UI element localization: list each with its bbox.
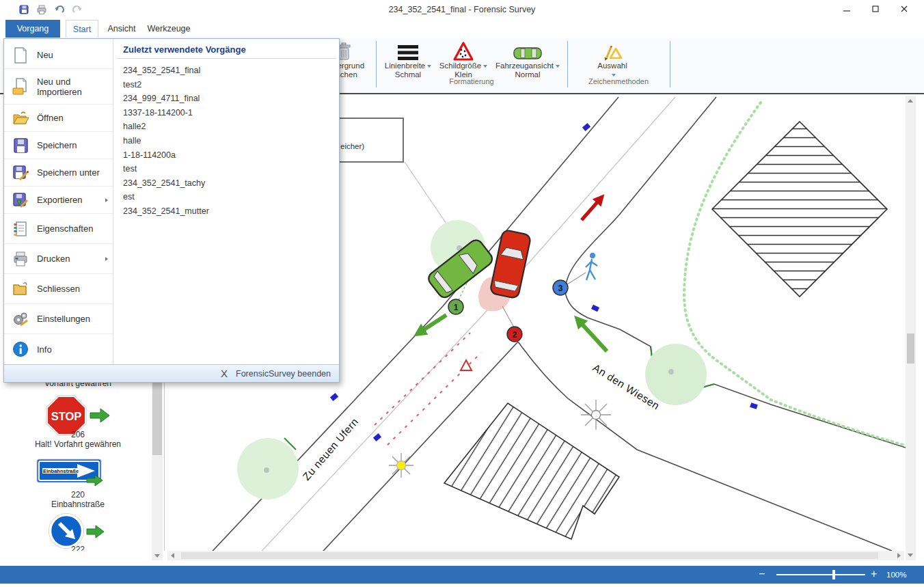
vertical-scrollbar[interactable] — [906, 96, 916, 560]
menu-item-schliessen[interactable]: Schliessen — [4, 274, 113, 304]
skid-marks[interactable] — [375, 333, 481, 445]
horizontal-scrollbar[interactable] — [167, 551, 904, 560]
zoom-slider-thumb[interactable] — [832, 570, 835, 579]
open-folder-icon — [12, 109, 29, 127]
sign-number: 220 — [4, 490, 152, 500]
svg-text:1: 1 — [454, 303, 459, 312]
tab-start[interactable]: Start — [66, 20, 98, 38]
recent-file[interactable]: halle — [123, 134, 330, 148]
green-arrow-icon — [87, 525, 104, 538]
recent-file[interactable]: 234_352_2541_final — [123, 64, 330, 78]
close-button[interactable] — [890, 0, 919, 18]
menu-item-neu-und-importieren[interactable]: Neu und Importieren — [4, 69, 113, 105]
minimize-button[interactable] — [832, 0, 861, 18]
one-way-sign[interactable]: Einbahnstraße — [36, 459, 113, 489]
menu-item-exportieren[interactable]: Exportieren — [4, 187, 113, 214]
info-icon — [12, 340, 29, 358]
scroll-up-icon[interactable] — [908, 99, 913, 103]
sign-number: 206 — [4, 430, 152, 439]
street-lamp-yellow[interactable] — [389, 453, 413, 478]
maximize-button[interactable] — [861, 0, 890, 18]
group-label-formatierung: Formatierung — [376, 77, 567, 85]
recent-file[interactable]: 1337-18-114200-1 — [123, 106, 330, 120]
selection-tool-button[interactable]: Auswahl — [580, 40, 645, 79]
tab-vorgang[interactable]: Vorgang — [5, 20, 60, 38]
minimize-icon — [843, 5, 850, 12]
forensic-survey-window: 234_352_2541_final - Forensic Survey Vor… — [0, 0, 924, 587]
pedestrian-figure[interactable] — [586, 253, 597, 280]
exit-application-button[interactable]: ForensicSurvey beenden — [236, 369, 331, 379]
tree[interactable] — [645, 344, 707, 405]
yield-sign-symbol[interactable] — [461, 360, 472, 370]
stop-sign-text: STOP — [51, 410, 82, 422]
building-label: eicher) — [340, 142, 364, 150]
settings-gear-icon — [12, 310, 29, 328]
recent-file[interactable]: 234_352_2541_mutter — [123, 204, 330, 219]
vehicle-view-button[interactable]: Fahrzeugansicht Normal — [492, 40, 563, 79]
close-folder-icon — [12, 280, 29, 298]
sidebar-scrollbar-thumb[interactable] — [152, 381, 162, 455]
export-icon — [12, 191, 29, 209]
new-document-icon — [12, 46, 29, 64]
menu-item-speichern-unter[interactable]: Speichern unter — [4, 159, 113, 187]
recent-file[interactable]: 234_999_4711_final — [123, 92, 330, 106]
recent-file[interactable]: test2 — [123, 78, 330, 92]
sign-name: Einbahnstraße — [4, 500, 152, 509]
svg-text:2: 2 — [513, 330, 517, 340]
menu-item-oeffnen[interactable]: Öffnen — [4, 105, 113, 132]
building-diamond-hatched[interactable] — [712, 122, 887, 297]
sign-size-button[interactable]: Schildgröße Klein — [433, 40, 493, 79]
menu-item-neu[interactable]: Neu — [4, 42, 113, 69]
vertical-scrollbar-thumb[interactable] — [907, 333, 914, 364]
scroll-left-icon[interactable] — [171, 553, 174, 558]
menu-item-drucken[interactable]: Drucken — [4, 244, 113, 274]
car-top-icon — [513, 45, 543, 62]
horizontal-scrollbar-thumb[interactable] — [181, 552, 878, 559]
new-import-icon — [12, 78, 29, 96]
zoom-level-label: 100% — [886, 571, 906, 579]
sign-number: 222 — [4, 545, 152, 551]
marker-leader-2 — [502, 306, 514, 327]
tab-werkzeuge[interactable]: Werkzeuge — [145, 20, 193, 38]
recent-file[interactable]: halle2 — [123, 120, 330, 134]
zoom-out-button[interactable]: − — [759, 568, 765, 580]
recent-file[interactable]: est — [123, 190, 330, 204]
menu-item-eigenschaften[interactable]: Eigenschaften — [4, 214, 113, 244]
zoom-slider-track[interactable] — [776, 574, 865, 575]
marker-3[interactable]: 3 — [553, 280, 568, 295]
recent-file[interactable]: test — [123, 162, 330, 176]
red-car[interactable] — [489, 230, 531, 299]
marker-1[interactable]: 1 — [448, 299, 463, 314]
menu-item-info[interactable]: Info — [4, 334, 113, 364]
title-bar: 234_352_2541_final - Forensic Survey — [0, 0, 924, 19]
recent-files-header: Zuletzt verwendete Vorgänge — [117, 39, 336, 59]
tree[interactable] — [237, 438, 299, 500]
maximize-icon — [872, 5, 879, 12]
scroll-down-icon[interactable] — [154, 554, 160, 558]
menu-item-speichern[interactable]: Speichern — [4, 132, 113, 159]
line-width-icon — [396, 44, 420, 62]
save-floppy-icon — [12, 137, 29, 154]
recent-files-panel: Zuletzt verwendete Vorgänge 234_352_2541… — [114, 39, 339, 364]
recent-file[interactable]: 1-18-114200a — [123, 148, 330, 163]
street-lamp-white[interactable] — [581, 400, 611, 430]
dropdown-arrow-icon — [612, 74, 616, 77]
one-way-sign-text: Einbahnstraße — [43, 468, 79, 474]
dropdown-arrow-icon — [483, 65, 487, 68]
properties-icon — [12, 220, 29, 238]
scroll-right-icon[interactable] — [897, 553, 901, 558]
selection-pen-icon — [601, 43, 623, 62]
red-direction-arrow-ne[interactable] — [582, 197, 602, 220]
sign-name: Halt! Vorfahrt gewähren — [4, 439, 152, 449]
menu-item-einstellungen[interactable]: Einstellungen — [4, 304, 113, 334]
recent-file[interactable]: 234_352_2541_tachy — [123, 176, 330, 191]
dropdown-arrow-icon — [427, 65, 431, 68]
green-arrow-icon — [90, 409, 109, 422]
submenu-arrow-icon — [105, 198, 108, 202]
scroll-down-icon[interactable] — [908, 554, 913, 557]
line-width-button[interactable]: Linienbreite Schmal — [378, 40, 438, 79]
marker-2[interactable]: 2 — [507, 327, 522, 342]
building-hatched[interactable] — [444, 403, 619, 539]
tab-ansicht[interactable]: Ansicht — [104, 20, 139, 38]
zoom-in-button[interactable]: + — [871, 568, 877, 580]
